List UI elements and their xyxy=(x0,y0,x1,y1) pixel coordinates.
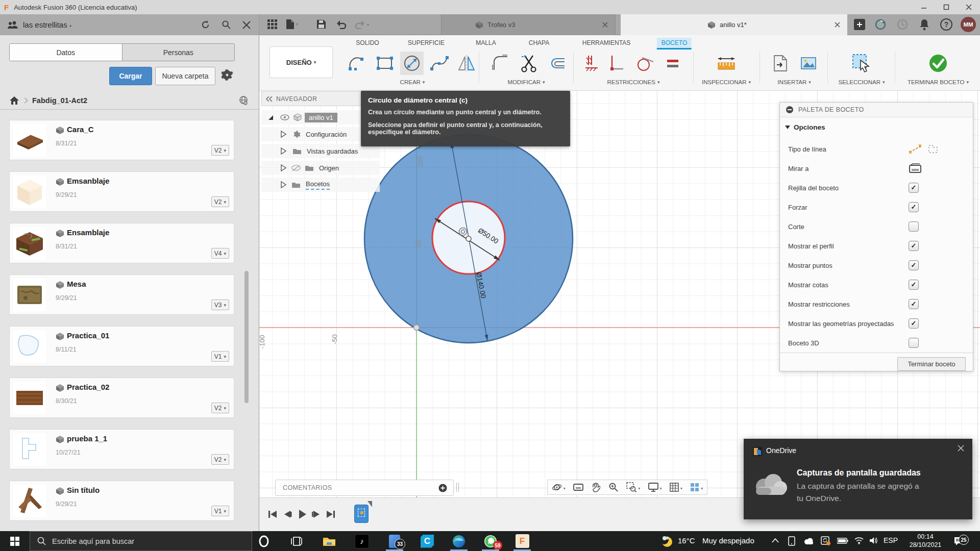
opera-icon[interactable] xyxy=(252,531,276,551)
add-comment-icon[interactable] xyxy=(438,484,447,492)
checkbox-rejilla[interactable]: ✓ xyxy=(909,183,919,193)
checkbox-corte[interactable] xyxy=(909,221,919,232)
timeline-marker[interactable] xyxy=(354,505,369,523)
zoom-icon[interactable] xyxy=(608,482,619,492)
tray-wifi-icon[interactable] xyxy=(854,537,864,544)
palette-handle-icon[interactable] xyxy=(786,106,793,113)
step-back-icon[interactable] xyxy=(283,509,292,519)
avatar[interactable]: MM xyxy=(961,17,976,32)
redo-icon[interactable] xyxy=(354,20,369,29)
rectangle-tool-icon[interactable] xyxy=(373,52,397,75)
version-chip[interactable]: V2 xyxy=(211,145,229,156)
version-chip[interactable]: V4 xyxy=(211,248,229,259)
finish-sketch-button[interactable]: Terminar boceto xyxy=(897,357,966,371)
insert-image-icon[interactable] xyxy=(797,52,820,75)
pan-hand-icon[interactable] xyxy=(591,482,600,492)
close-panel-icon[interactable] xyxy=(242,21,251,29)
tab-boceto[interactable]: BOCETO xyxy=(657,38,692,48)
action-center-icon[interactable]: 25 xyxy=(953,536,964,546)
trim-scissors-icon[interactable] xyxy=(518,52,541,75)
tab-superficie[interactable]: SUPERFICIE xyxy=(403,38,449,48)
group-terminar-boceto[interactable]: TERMINAR BOCETO xyxy=(908,79,969,85)
grid-layout-icon[interactable] xyxy=(670,483,682,492)
expand-icon[interactable] xyxy=(281,147,286,155)
c-app-icon[interactable]: C xyxy=(415,531,439,551)
comments-resize-handle[interactable] xyxy=(456,483,459,492)
start-button[interactable] xyxy=(0,531,30,551)
group-crear[interactable]: CREAR xyxy=(400,79,425,85)
new-tab-button[interactable] xyxy=(854,19,865,30)
globe-icon[interactable] xyxy=(238,95,249,106)
constraint-perpendicular-icon[interactable] xyxy=(604,52,627,75)
app-grid-icon[interactable] xyxy=(267,19,278,30)
tab-malla[interactable]: MALLA xyxy=(471,38,500,48)
taskbar-search[interactable]: Escribe aquí para buscar xyxy=(30,531,252,551)
version-chip[interactable]: V2 xyxy=(211,403,229,413)
projected-geometry-icon[interactable] xyxy=(927,144,939,154)
whatsapp-icon[interactable]: 59 xyxy=(479,531,502,551)
arc-tool-icon[interactable] xyxy=(346,52,369,75)
step-forward-icon[interactable] xyxy=(311,509,321,519)
home-icon[interactable] xyxy=(9,96,19,105)
offset-tool-icon[interactable] xyxy=(546,52,570,75)
panel-scrollbar[interactable] xyxy=(244,271,249,403)
tray-onedrive-icon[interactable] xyxy=(803,538,815,544)
orbit-icon[interactable] xyxy=(552,482,566,492)
expand-icon[interactable] xyxy=(281,131,286,138)
undo-icon[interactable] xyxy=(336,20,347,29)
circle-tool-icon-active[interactable] xyxy=(400,52,424,75)
tray-language[interactable]: ESP xyxy=(884,536,898,544)
comments-bar[interactable]: COMENTARIOS xyxy=(275,480,454,496)
design-workspace-dropdown[interactable]: DISEÑO xyxy=(270,46,333,78)
project-card[interactable]: Ensamblaje 8/31/21 V4 xyxy=(9,223,234,263)
tree-node-origen[interactable]: Origen xyxy=(261,161,380,175)
tray-volume-icon[interactable] xyxy=(869,537,878,544)
minimize-button[interactable] xyxy=(913,0,935,14)
checkbox-boceto3d[interactable] xyxy=(909,338,919,348)
construction-line-icon[interactable] xyxy=(909,144,922,154)
tray-clock[interactable]: 00:14 28/10/2021 xyxy=(904,533,946,549)
palette-section-opciones[interactable]: Opciones xyxy=(780,119,973,135)
expand-icon[interactable] xyxy=(281,164,286,171)
tree-root-anillo[interactable]: anillo v1 xyxy=(261,110,369,124)
search-icon[interactable] xyxy=(222,20,231,30)
breadcrumb-folder[interactable]: Fabdig_01-Act2 xyxy=(32,96,87,105)
center-point[interactable] xyxy=(466,236,471,241)
skip-to-end-icon[interactable] xyxy=(326,509,336,519)
file-explorer-icon[interactable] xyxy=(317,531,341,551)
checkbox-cotas[interactable]: ✓ xyxy=(909,280,919,290)
checkbox-restricciones[interactable]: ✓ xyxy=(909,299,919,309)
group-restricciones[interactable]: RESTRICCIONES xyxy=(607,79,659,85)
doc-tab-anillo[interactable]: anillo v1* xyxy=(621,14,847,35)
version-chip[interactable]: V2 xyxy=(211,454,229,465)
expand-icon[interactable] xyxy=(281,181,286,188)
project-card[interactable]: Mesa 9/29/21 V3 xyxy=(9,274,234,315)
tab-personas[interactable]: Personas xyxy=(122,44,235,61)
close-tab-icon[interactable] xyxy=(602,22,608,28)
measure-tool-icon[interactable] xyxy=(715,52,738,75)
finish-sketch-icon[interactable] xyxy=(926,52,950,75)
zoom-window-icon[interactable] xyxy=(626,482,640,492)
save-icon[interactable] xyxy=(316,19,326,29)
project-card[interactable]: Emsanblaje 9/29/21 V2 xyxy=(9,171,234,212)
group-insertar[interactable]: INSERTAR xyxy=(777,79,811,85)
close-tab-icon[interactable] xyxy=(835,22,840,28)
checkbox-perfil[interactable]: ✓ xyxy=(909,241,919,251)
weather-desc[interactable]: Muy despejado xyxy=(702,536,754,545)
sketch-canvas[interactable]: 100 50 -50 -100 Ø50.00 Ø140.00 NAVEGADOR… xyxy=(259,91,980,497)
notifications-bell-icon[interactable] xyxy=(919,18,930,31)
project-card[interactable]: Cara_C 8/31/21 V2 xyxy=(9,120,234,160)
task-view-icon[interactable] xyxy=(285,531,308,551)
project-card[interactable]: Practica_02 8/30/21 V2 xyxy=(9,378,234,418)
viewports-icon[interactable] xyxy=(690,483,703,492)
version-chip[interactable]: V1 xyxy=(211,506,229,516)
fillet-tool-icon[interactable] xyxy=(489,52,512,75)
job-status-icon[interactable] xyxy=(874,18,887,31)
upload-button[interactable]: Cargar xyxy=(109,67,152,85)
file-menu-icon[interactable] xyxy=(286,19,298,30)
group-inspeccionar[interactable]: INSPECCIONAR xyxy=(702,79,751,85)
clock-icon[interactable] xyxy=(896,18,909,31)
project-card[interactable]: Sin título 9/29/21 V1 xyxy=(9,481,234,521)
fusion-taskbar-icon[interactable]: F xyxy=(510,531,534,551)
help-icon[interactable]: ? xyxy=(940,18,952,31)
